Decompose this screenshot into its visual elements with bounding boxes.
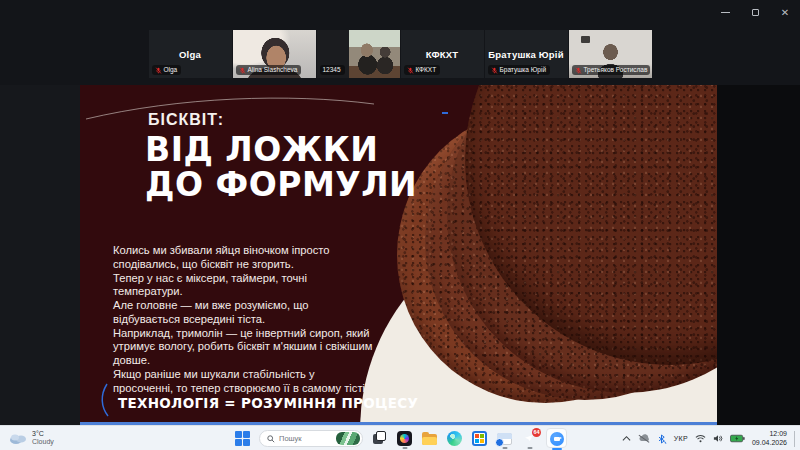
close-button[interactable]: ✕ xyxy=(778,6,792,18)
participant-label: Третьяков Ростислав xyxy=(572,65,650,75)
participant-label: Olga xyxy=(152,65,182,75)
notification-badge: 64 xyxy=(532,428,541,437)
search-highlight-image[interactable] xyxy=(336,432,360,445)
slide-title-line2: ДО ФОРМУЛИ xyxy=(145,167,417,202)
minimize-button[interactable] xyxy=(718,6,732,18)
task-view-icon-front xyxy=(376,431,386,441)
slide-eyebrow: БІСКВІТ: xyxy=(148,111,224,129)
language-indicator[interactable]: УКР xyxy=(674,435,688,442)
participant-tile-olga[interactable]: Olga Olga xyxy=(149,30,232,78)
bluetooth-icon[interactable] xyxy=(657,434,667,444)
participant-tile-alina[interactable]: Alina Slashcheva xyxy=(233,30,316,78)
slide-paragraph: Тепер у нас є міксери, таймери, точні те… xyxy=(113,272,375,300)
muted-mic-icon xyxy=(155,67,162,74)
start-button[interactable] xyxy=(234,427,251,450)
microsoft-store-icon xyxy=(472,431,487,446)
slide-paragraph: Наприклад, тримолін — це інвертний сироп… xyxy=(113,327,375,368)
slide-paragraph: Колись ми збивали яйця віночком іпросто … xyxy=(113,244,375,272)
battery-charging-icon[interactable] xyxy=(730,434,745,443)
muted-mic-icon xyxy=(407,67,414,74)
windows-logo-icon xyxy=(235,431,250,446)
participant-label-text: КФКХТ xyxy=(416,66,437,74)
weather-temperature: 3°C xyxy=(32,430,54,438)
canva-icon xyxy=(397,431,412,446)
slide-paragraph: Якщо раніше ми шукали стабільність у про… xyxy=(113,368,375,396)
participant-label-text: Третьяков Ростислав xyxy=(584,66,648,74)
share-left-gutter xyxy=(0,85,80,425)
taskbar-app-telegram[interactable]: 64 xyxy=(521,427,538,450)
participant-label: Братушка Юрій xyxy=(488,65,551,75)
onedrive-paused-icon[interactable] xyxy=(638,434,650,443)
taskbar-app-edge[interactable] xyxy=(446,427,463,450)
slide-footer-statement: ТЕХНОЛОГІЯ = РОЗУМІННЯ ПРОЦЕСУ xyxy=(118,395,418,411)
taskbar-app-file-explorer[interactable] xyxy=(421,427,438,450)
tray-chevron-icon[interactable] xyxy=(622,435,631,442)
weather-description: Cloudy xyxy=(32,438,54,446)
task-view-button[interactable] xyxy=(371,427,388,450)
participant-tile-tretyakov[interactable]: Третьяков Ростислав xyxy=(569,30,652,78)
decorative-blue-dash xyxy=(442,112,448,114)
slide-paragraph: Але головне — ми вже розуміємо, що відбу… xyxy=(113,299,375,327)
wall-picture xyxy=(581,36,590,43)
participant-label-text: Alina Slashcheva xyxy=(248,66,298,74)
slide-body: Колись ми збивали яйця віночком іпросто … xyxy=(113,244,375,395)
file-explorer-icon xyxy=(422,433,437,445)
share-right-gutter xyxy=(717,85,800,425)
participant-tile-kfkht[interactable]: КФКХТ КФКХТ xyxy=(401,30,484,78)
search-box[interactable]: Пошук xyxy=(259,430,363,447)
volume-icon[interactable] xyxy=(713,434,723,443)
slide-title: ВІД ЛОЖКИ ДО ФОРМУЛИ xyxy=(145,132,417,203)
weather-widget[interactable]: 3°C Cloudy xyxy=(8,428,54,448)
outlook-icon xyxy=(497,433,512,445)
taskbar-app-canva[interactable] xyxy=(396,427,413,450)
participant-label: Alina Slashcheva xyxy=(236,65,302,75)
muted-mic-icon xyxy=(575,67,582,74)
running-indicator xyxy=(527,447,532,449)
participant-label: 12345 xyxy=(320,65,345,75)
edge-browser-icon xyxy=(447,431,462,446)
taskbar-app-microsoft-store[interactable] xyxy=(471,427,488,450)
zoom-meeting-window: ✕ Olga Olga Alina Slashcheva 12345 КФКХТ xyxy=(0,0,800,450)
running-indicator xyxy=(402,447,407,449)
wifi-icon[interactable] xyxy=(695,434,706,443)
search-placeholder: Пошук xyxy=(279,434,332,443)
clock[interactable]: 12:09 09.04.2026 xyxy=(752,430,787,447)
presentation-slide: БІСКВІТ: ВІД ЛОЖКИ ДО ФОРМУЛИ Колись ми … xyxy=(80,85,717,425)
muted-mic-icon xyxy=(239,67,246,74)
participant-tile-12345-active-speaker[interactable]: 12345 xyxy=(317,30,400,78)
system-tray: УКР 12:09 09.04.2026 xyxy=(622,426,797,450)
cloud-icon xyxy=(8,431,28,445)
decorative-blue-stroke xyxy=(98,383,112,417)
show-desktop-button[interactable] xyxy=(794,431,797,447)
taskbar-app-zoom-active[interactable] xyxy=(546,427,567,450)
running-indicator xyxy=(502,447,507,449)
participant-label-text: 12345 xyxy=(323,66,341,74)
tray-date: 09.04.2026 xyxy=(752,439,787,448)
search-icon xyxy=(267,435,275,443)
slide-title-line1: ВІД ЛОЖКИ xyxy=(145,132,417,167)
taskbar-app-outlook[interactable] xyxy=(496,427,513,450)
zoom-app-icon xyxy=(550,432,564,446)
muted-mic-icon xyxy=(491,67,498,74)
screen-share-area: БІСКВІТ: ВІД ЛОЖКИ ДО ФОРМУЛИ Колись ми … xyxy=(0,85,800,425)
telegram-icon: 64 xyxy=(522,431,537,446)
window-controls: ✕ xyxy=(718,4,792,20)
restore-button[interactable] xyxy=(748,6,762,18)
participant-label-text: Братушка Юрій xyxy=(500,66,547,74)
participant-tile-bratushka[interactable]: Братушка Юрій Братушка Юрій xyxy=(485,30,568,78)
decorative-curve xyxy=(84,91,379,123)
taskbar-center: Пошук xyxy=(234,426,567,450)
windows-taskbar: 3°C Cloudy Пошук xyxy=(0,425,800,450)
participant-label-text: Olga xyxy=(164,66,178,74)
participant-strip: Olga Olga Alina Slashcheva 12345 КФКХТ xyxy=(0,30,800,78)
tray-time: 12:09 xyxy=(752,430,787,439)
participant-label: КФКХТ xyxy=(404,65,441,75)
